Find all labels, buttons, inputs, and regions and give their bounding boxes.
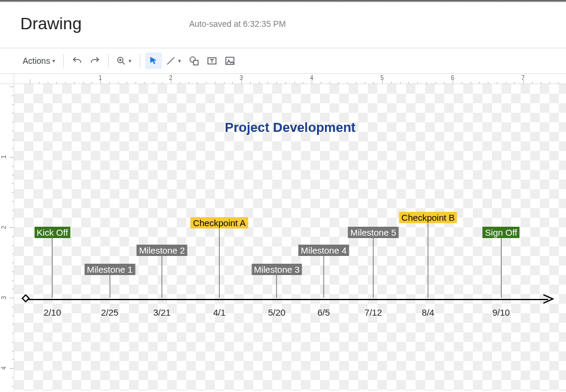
ruler-tick xyxy=(39,82,39,84)
ruler-number: 4 xyxy=(310,75,313,81)
event-label[interactable]: Checkpoint A xyxy=(190,217,248,229)
event-date[interactable]: 4/1 xyxy=(213,307,226,317)
event-date[interactable]: 8/4 xyxy=(422,307,435,317)
event-label[interactable]: Milestone 1 xyxy=(84,264,135,275)
actions-menu-button[interactable]: Actions ▼ xyxy=(20,53,59,69)
ruler-tick xyxy=(12,140,14,140)
ruler-tick xyxy=(276,82,277,84)
event-date[interactable]: 3/21 xyxy=(153,307,171,317)
event-stem[interactable] xyxy=(373,238,374,298)
ruler-tick xyxy=(12,175,14,175)
timeline-event[interactable]: Sign Off xyxy=(482,227,519,298)
image-icon xyxy=(224,55,235,66)
ruler-number: 1 xyxy=(1,155,7,159)
event-label[interactable]: Milestone 2 xyxy=(137,245,187,256)
ruler-tick xyxy=(444,82,444,84)
select-tool-button[interactable] xyxy=(145,53,162,69)
event-date[interactable]: 2/10 xyxy=(44,307,61,317)
undo-button[interactable] xyxy=(69,53,85,69)
event-label[interactable]: Milestone 5 xyxy=(348,227,399,238)
event-stem[interactable] xyxy=(276,275,277,298)
event-stem[interactable] xyxy=(219,229,220,298)
drawing-title[interactable]: Project Development xyxy=(14,120,566,135)
image-tool-button[interactable] xyxy=(222,53,238,69)
ruler-tick xyxy=(136,82,136,84)
chevron-down-icon: ▼ xyxy=(177,58,182,64)
ruler-tick xyxy=(479,82,479,84)
ruler-tick xyxy=(12,377,14,378)
chevron-down-icon: ▼ xyxy=(51,58,56,64)
timeline-event[interactable]: Milestone 5 xyxy=(348,227,399,298)
cursor-icon xyxy=(148,55,159,66)
ruler-tick xyxy=(12,183,14,184)
timeline-event[interactable]: Milestone 4 xyxy=(299,245,349,298)
ruler-tick xyxy=(12,122,14,122)
ruler-tick xyxy=(12,201,14,202)
timeline-event[interactable]: Milestone 2 xyxy=(137,245,187,298)
ruler-tick xyxy=(462,82,462,84)
ruler-tick xyxy=(10,157,14,158)
ruler-tick xyxy=(10,368,14,369)
workspace: 1234 Project Development Kick Off2/10Mil… xyxy=(0,84,566,391)
event-label[interactable]: Kick Off xyxy=(35,227,70,238)
ruler-tick xyxy=(514,82,515,84)
ruler-tick xyxy=(12,342,14,342)
ruler-tick xyxy=(10,87,14,87)
redo-button[interactable] xyxy=(87,53,103,69)
event-stem[interactable] xyxy=(427,223,428,298)
ruler-tick xyxy=(91,82,92,84)
ruler-tick xyxy=(12,254,14,254)
event-stem[interactable] xyxy=(162,256,162,298)
ruler-tick xyxy=(267,82,268,84)
ruler-tick xyxy=(532,82,533,84)
event-label[interactable]: Checkpoint B xyxy=(399,212,457,223)
timeline-axis[interactable] xyxy=(26,299,548,300)
event-label[interactable]: Sign Off xyxy=(482,227,519,238)
ruler-tick xyxy=(144,82,145,84)
shape-tool-button[interactable] xyxy=(186,53,202,69)
autosave-status: Auto-saved at 6:32:35 PM xyxy=(189,19,286,29)
event-label[interactable]: Milestone 4 xyxy=(299,245,349,256)
timeline-event[interactable]: Checkpoint A xyxy=(190,217,248,298)
textbox-icon xyxy=(207,55,217,66)
event-label[interactable]: Milestone 3 xyxy=(251,264,302,275)
ruler-number: 6 xyxy=(451,75,454,81)
ruler-tick xyxy=(259,82,260,84)
event-date[interactable]: 7/12 xyxy=(365,307,382,317)
event-stem[interactable] xyxy=(109,275,110,298)
vertical-ruler[interactable]: 1234 xyxy=(0,84,14,391)
timeline-event[interactable]: Milestone 1 xyxy=(84,264,135,298)
axis-end-arrow[interactable] xyxy=(543,294,554,304)
event-stem[interactable] xyxy=(52,238,53,298)
ruler-tick xyxy=(400,82,401,84)
axis-start-diamond[interactable] xyxy=(21,294,30,303)
ruler-tick xyxy=(365,82,365,84)
svg-line-4 xyxy=(167,57,174,64)
event-stem[interactable] xyxy=(501,238,502,298)
event-date[interactable]: 5/20 xyxy=(268,307,285,317)
timeline-event[interactable]: Kick Off xyxy=(35,227,70,298)
ruler-tick xyxy=(435,82,436,84)
timeline-event[interactable]: Checkpoint B xyxy=(399,212,457,298)
line-tool-button[interactable]: ▼ xyxy=(163,53,184,69)
ruler-tick xyxy=(12,324,14,325)
ruler-tick xyxy=(12,333,14,334)
horizontal-ruler[interactable]: 1234567 xyxy=(14,74,566,84)
app-title: Drawing xyxy=(20,14,82,33)
undo-icon xyxy=(72,55,82,66)
event-date[interactable]: 9/10 xyxy=(493,307,510,317)
drawing-canvas[interactable]: Project Development Kick Off2/10Mileston… xyxy=(14,84,566,391)
event-stem[interactable] xyxy=(324,256,324,298)
ruler-tick xyxy=(373,82,374,84)
event-date[interactable]: 6/5 xyxy=(318,307,330,317)
ruler-tick xyxy=(549,82,550,84)
event-date[interactable]: 2/25 xyxy=(101,307,118,317)
timeline-event[interactable]: Milestone 3 xyxy=(251,264,302,298)
ruler-tick xyxy=(180,82,180,84)
textbox-tool-button[interactable] xyxy=(204,53,220,69)
arrow-right-icon xyxy=(543,294,554,304)
dialog-header: Drawing Auto-saved at 6:32:35 PM xyxy=(0,2,566,48)
zoom-button[interactable]: ▼ xyxy=(113,53,135,69)
ruler-tick xyxy=(12,148,14,149)
ruler-tick xyxy=(12,104,14,105)
